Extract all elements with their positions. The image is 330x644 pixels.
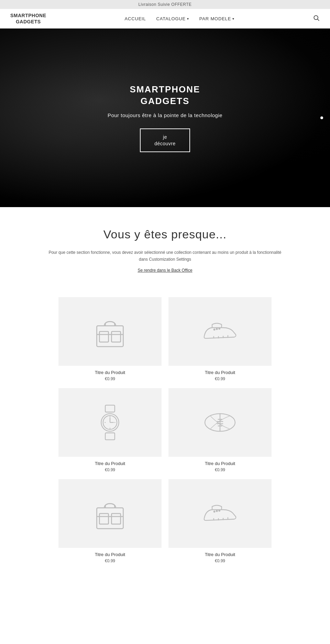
svg-point-12 (219, 328, 220, 329)
section-body: Pour que cette section fonctionne, vous … (45, 249, 285, 262)
nav-catalogue[interactable]: CATALOGUE ▾ (156, 16, 189, 21)
hero-content: SMARTPHONE GADGETS Pour toujours être à … (108, 84, 222, 152)
product-image (58, 297, 162, 366)
product-title: Titre du Produit (168, 370, 272, 375)
header: SMARTPHONE GADGETS ACCUEIL CATALOGUE ▾ P… (0, 9, 330, 29)
product-price: €0.99 (168, 558, 272, 563)
product-image (168, 388, 272, 457)
svg-line-1 (318, 19, 319, 21)
product-image (58, 479, 162, 548)
svg-rect-29 (97, 508, 123, 529)
product-price: €0.99 (168, 467, 272, 472)
svg-point-39 (219, 510, 220, 511)
product-card[interactable]: Titre du Produit €0.99 (165, 476, 275, 567)
hero-section: SMARTPHONE GADGETS Pour toujours être à … (0, 29, 330, 207)
svg-rect-4 (111, 331, 120, 342)
hero-title: SMARTPHONE GADGETS (108, 84, 222, 107)
section-heading: Vous y êtes presque... (14, 228, 316, 241)
product-card[interactable]: Titre du Produit €0.99 (55, 294, 165, 385)
product-title: Titre du Produit (58, 370, 162, 375)
main-nav: ACCUEIL CATALOGUE ▾ PAR MODELE ▾ (125, 16, 234, 21)
product-title: Titre du Produit (168, 461, 272, 466)
banner-text: Livraison Suivie OFFERTE (138, 2, 191, 7)
chevron-down-icon: ▾ (232, 17, 234, 21)
hero-subtitle: Pour toujours être à la pointe de la tec… (108, 112, 222, 118)
product-title: Titre du Produit (58, 552, 162, 557)
product-price: €0.99 (58, 467, 162, 472)
products-grid: Titre du Produit €0.99 Titre du Produit … (34, 283, 296, 577)
svg-rect-2 (97, 326, 123, 347)
logo[interactable]: SMARTPHONE GADGETS (10, 12, 46, 25)
svg-rect-14 (105, 433, 115, 440)
product-title: Titre du Produit (58, 461, 162, 466)
product-card[interactable]: Titre du Produit €0.99 (165, 294, 275, 385)
product-image (168, 297, 272, 366)
product-price: €0.99 (168, 376, 272, 381)
product-image (168, 479, 272, 548)
svg-point-0 (314, 15, 318, 20)
product-image (58, 388, 162, 457)
hero-discover-button[interactable]: je découvre (140, 128, 190, 152)
back-office-link[interactable]: Se rendre dans le Back Office (138, 268, 192, 273)
svg-point-10 (214, 329, 215, 330)
chevron-down-icon: ▾ (187, 17, 189, 21)
product-card[interactable]: Titre du Produit €0.99 (55, 476, 165, 567)
nav-par-modele[interactable]: PAR MODELE ▾ (199, 16, 234, 21)
section-almost: Vous y êtes presque... Pour que cette se… (0, 207, 330, 283)
product-title: Titre du Produit (168, 552, 272, 557)
svg-point-38 (216, 510, 218, 512)
svg-rect-13 (105, 405, 115, 412)
svg-rect-3 (99, 331, 108, 342)
svg-point-37 (214, 511, 215, 512)
product-card[interactable]: Titre du Produit €0.99 (55, 385, 165, 476)
product-price: €0.99 (58, 558, 162, 563)
svg-rect-31 (111, 513, 120, 524)
nav-accueil[interactable]: ACCUEIL (125, 16, 146, 21)
search-icon[interactable] (313, 14, 320, 23)
svg-point-11 (216, 328, 218, 330)
svg-rect-30 (99, 513, 108, 524)
hero-dot-indicator (320, 116, 323, 119)
top-banner: Livraison Suivie OFFERTE (0, 0, 330, 9)
product-card[interactable]: Titre du Produit €0.99 (165, 385, 275, 476)
product-price: €0.99 (58, 376, 162, 381)
